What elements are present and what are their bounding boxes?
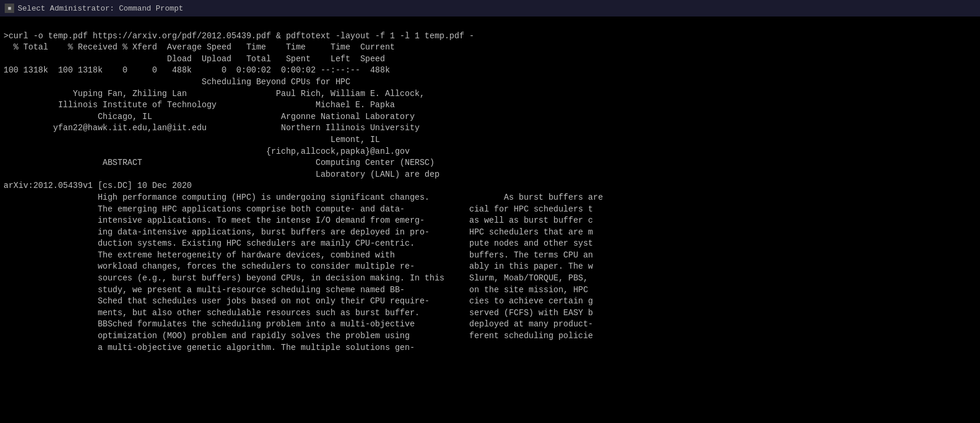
terminal-line: Laboratory (LANL) are dep (4, 169, 976, 181)
terminal-line: >curl -o temp.pdf https://arxiv.org/pdf/… (4, 31, 976, 42)
terminal-line: {richp,allcock,papka}@anl.gov (4, 146, 976, 158)
terminal-line: workload changes, forces the schedulers … (4, 261, 976, 273)
terminal-line: % Total % Received % Xferd Average Speed… (4, 42, 976, 54)
terminal-line: study, we present a multi-resource sched… (4, 285, 976, 296)
terminal-line: arXiv:2012.05439v1 [cs.DC] 10 Dec 2020 (4, 180, 976, 192)
terminal-line: duction systems. Existing HPC schedulers… (4, 238, 976, 250)
terminal-line: Yuping Fan, Zhiling Lan Paul Rich, Willi… (4, 88, 976, 100)
terminal-line: optimization (MOO) problem and rapidly s… (4, 331, 976, 342)
terminal-line: Sched that schedules user jobs based on … (4, 296, 976, 308)
terminal-line: Scheduling Beyond CPUs for HPC (4, 77, 976, 88)
terminal-line: Lemont, IL (4, 134, 976, 146)
terminal-line: Dload Upload Total Spent Left Speed (4, 54, 976, 65)
terminal-line: 100 1318k 100 1318k 0 0 488k 0 0:00:02 0… (4, 65, 976, 77)
title-bar-label: Select Administrator: Command Prompt (18, 4, 183, 13)
terminal-line: The emerging HPC applications comprise b… (4, 204, 976, 216)
terminal-body[interactable]: >curl -o temp.pdf https://arxiv.org/pdf/… (0, 16, 980, 423)
terminal-line: BBSched formulates the scheduling proble… (4, 319, 976, 331)
terminal-line: High performance computing (HPC) is unde… (4, 192, 976, 204)
terminal-line: intensive applications. To meet the inte… (4, 215, 976, 227)
terminal-line: sources (e.g., burst buffers) beyond CPU… (4, 273, 976, 285)
terminal-line: ing data-intensive applications, burst b… (4, 227, 976, 239)
terminal-line: a multi-objective genetic algorithm. The… (4, 342, 976, 354)
terminal-line: The extreme heterogeneity of hardware de… (4, 250, 976, 262)
terminal-line: Chicago, IL Argonne National Laboratory (4, 111, 976, 123)
title-bar-icon: ■ (5, 4, 14, 13)
terminal-line: ments, but also other schedulable resour… (4, 308, 976, 319)
terminal-line: yfan22@hawk.iit.edu,lan@iit.edu Northern… (4, 123, 976, 134)
terminal-line: Illinois Institute of Technology Michael… (4, 100, 976, 111)
terminal-line: ABSTRACT Computing Center (NERSC) (4, 157, 976, 169)
title-bar: ■ Select Administrator: Command Prompt (0, 0, 980, 16)
